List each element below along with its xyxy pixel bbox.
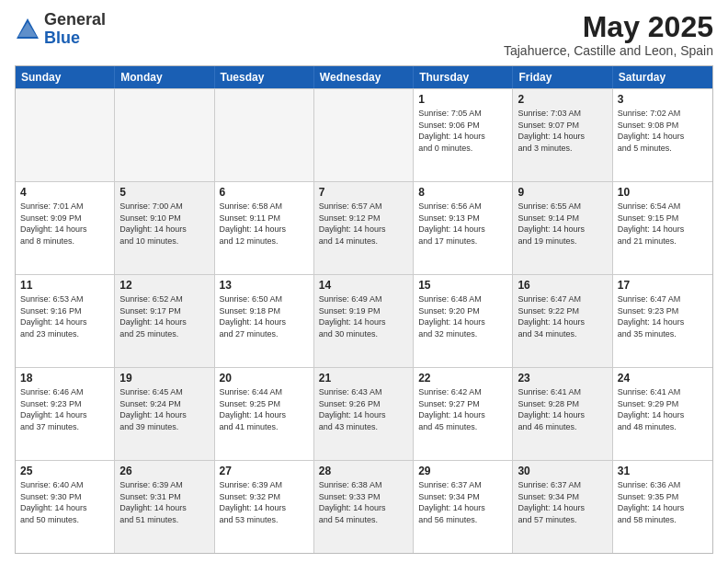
day-detail: Sunrise: 6:39 AM Sunset: 9:32 PM Dayligh… <box>220 479 309 525</box>
day-cell-10: 10Sunrise: 6:54 AM Sunset: 9:15 PM Dayli… <box>613 182 712 274</box>
day-number: 9 <box>518 186 607 199</box>
day-number: 21 <box>319 372 408 385</box>
week-row-1: 1Sunrise: 7:05 AM Sunset: 9:06 PM Daylig… <box>16 88 712 181</box>
logo-general: General <box>44 10 106 29</box>
day-number: 20 <box>220 372 309 385</box>
day-detail: Sunrise: 6:47 AM Sunset: 9:22 PM Dayligh… <box>518 293 607 339</box>
day-cell-23: 23Sunrise: 6:41 AM Sunset: 9:28 PM Dayli… <box>513 368 612 460</box>
day-number: 2 <box>518 93 607 106</box>
day-detail: Sunrise: 6:56 AM Sunset: 9:13 PM Dayligh… <box>418 201 507 247</box>
empty-cell <box>115 89 214 181</box>
day-detail: Sunrise: 6:37 AM Sunset: 9:34 PM Dayligh… <box>418 479 507 525</box>
day-header-wednesday: Wednesday <box>314 66 414 88</box>
day-cell-12: 12Sunrise: 6:52 AM Sunset: 9:17 PM Dayli… <box>115 275 214 367</box>
day-number: 13 <box>220 279 309 292</box>
day-cell-26: 26Sunrise: 6:39 AM Sunset: 9:31 PM Dayli… <box>115 461 214 553</box>
day-number: 18 <box>20 372 109 385</box>
day-detail: Sunrise: 7:00 AM Sunset: 9:10 PM Dayligh… <box>119 201 209 247</box>
title-block: May 2025 Tajahuerce, Castille and Leon, … <box>504 11 713 58</box>
day-detail: Sunrise: 6:45 AM Sunset: 9:24 PM Dayligh… <box>119 386 209 432</box>
day-cell-11: 11Sunrise: 6:53 AM Sunset: 9:16 PM Dayli… <box>16 275 115 367</box>
day-detail: Sunrise: 6:46 AM Sunset: 9:23 PM Dayligh… <box>20 386 109 432</box>
day-cell-9: 9Sunrise: 6:55 AM Sunset: 9:14 PM Daylig… <box>513 182 612 274</box>
day-number: 17 <box>618 279 708 292</box>
day-header-thursday: Thursday <box>414 66 513 88</box>
empty-cell <box>215 89 314 181</box>
day-detail: Sunrise: 6:53 AM Sunset: 9:16 PM Dayligh… <box>20 293 109 339</box>
empty-cell <box>314 89 414 181</box>
day-header-monday: Monday <box>115 66 214 88</box>
day-cell-7: 7Sunrise: 6:57 AM Sunset: 9:12 PM Daylig… <box>314 182 414 274</box>
week-row-2: 4Sunrise: 7:01 AM Sunset: 9:09 PM Daylig… <box>16 181 712 274</box>
day-detail: Sunrise: 6:36 AM Sunset: 9:35 PM Dayligh… <box>618 479 708 525</box>
svg-marker-1 <box>18 22 37 37</box>
day-detail: Sunrise: 7:05 AM Sunset: 9:06 PM Dayligh… <box>418 108 507 154</box>
empty-cell <box>16 89 115 181</box>
day-number: 6 <box>220 186 309 199</box>
day-number: 22 <box>418 372 507 385</box>
day-cell-18: 18Sunrise: 6:46 AM Sunset: 9:23 PM Dayli… <box>16 368 115 460</box>
day-cell-19: 19Sunrise: 6:45 AM Sunset: 9:24 PM Dayli… <box>115 368 214 460</box>
day-cell-2: 2Sunrise: 7:03 AM Sunset: 9:07 PM Daylig… <box>513 89 612 181</box>
day-number: 15 <box>418 279 507 292</box>
day-detail: Sunrise: 6:54 AM Sunset: 9:15 PM Dayligh… <box>618 201 708 247</box>
day-number: 16 <box>518 279 607 292</box>
day-number: 24 <box>618 372 708 385</box>
day-number: 30 <box>518 465 607 477</box>
day-cell-13: 13Sunrise: 6:50 AM Sunset: 9:18 PM Dayli… <box>215 275 314 367</box>
day-detail: Sunrise: 6:52 AM Sunset: 9:17 PM Dayligh… <box>119 293 209 339</box>
day-cell-17: 17Sunrise: 6:47 AM Sunset: 9:23 PM Dayli… <box>613 275 712 367</box>
day-detail: Sunrise: 6:50 AM Sunset: 9:18 PM Dayligh… <box>220 293 309 339</box>
day-number: 1 <box>418 93 507 106</box>
day-cell-25: 25Sunrise: 6:40 AM Sunset: 9:30 PM Dayli… <box>16 461 115 553</box>
day-cell-1: 1Sunrise: 7:05 AM Sunset: 9:06 PM Daylig… <box>414 89 513 181</box>
logo-text: General Blue <box>44 11 106 48</box>
day-cell-5: 5Sunrise: 7:00 AM Sunset: 9:10 PM Daylig… <box>115 182 214 274</box>
day-cell-21: 21Sunrise: 6:43 AM Sunset: 9:26 PM Dayli… <box>314 368 414 460</box>
page-header: General Blue May 2025 Tajahuerce, Castil… <box>15 11 713 58</box>
day-number: 11 <box>20 279 109 292</box>
week-row-4: 18Sunrise: 6:46 AM Sunset: 9:23 PM Dayli… <box>16 367 712 460</box>
day-cell-4: 4Sunrise: 7:01 AM Sunset: 9:09 PM Daylig… <box>16 182 115 274</box>
day-detail: Sunrise: 7:01 AM Sunset: 9:09 PM Dayligh… <box>20 201 109 247</box>
day-number: 8 <box>418 186 507 199</box>
day-detail: Sunrise: 6:48 AM Sunset: 9:20 PM Dayligh… <box>418 293 507 339</box>
day-detail: Sunrise: 6:44 AM Sunset: 9:25 PM Dayligh… <box>220 386 309 432</box>
logo-icon <box>15 17 40 42</box>
day-cell-16: 16Sunrise: 6:47 AM Sunset: 9:22 PM Dayli… <box>513 275 612 367</box>
week-row-3: 11Sunrise: 6:53 AM Sunset: 9:16 PM Dayli… <box>16 274 712 367</box>
day-header-friday: Friday <box>513 66 612 88</box>
day-number: 3 <box>618 93 708 106</box>
day-cell-15: 15Sunrise: 6:48 AM Sunset: 9:20 PM Dayli… <box>414 275 513 367</box>
day-detail: Sunrise: 6:39 AM Sunset: 9:31 PM Dayligh… <box>119 479 209 525</box>
day-cell-31: 31Sunrise: 6:36 AM Sunset: 9:35 PM Dayli… <box>613 461 712 553</box>
day-detail: Sunrise: 6:43 AM Sunset: 9:26 PM Dayligh… <box>319 386 408 432</box>
day-number: 23 <box>518 372 607 385</box>
day-cell-28: 28Sunrise: 6:38 AM Sunset: 9:33 PM Dayli… <box>314 461 414 553</box>
day-number: 28 <box>319 465 408 477</box>
day-header-saturday: Saturday <box>613 66 712 88</box>
day-cell-20: 20Sunrise: 6:44 AM Sunset: 9:25 PM Dayli… <box>215 368 314 460</box>
day-cell-8: 8Sunrise: 6:56 AM Sunset: 9:13 PM Daylig… <box>414 182 513 274</box>
day-detail: Sunrise: 6:41 AM Sunset: 9:28 PM Dayligh… <box>518 386 607 432</box>
day-detail: Sunrise: 6:47 AM Sunset: 9:23 PM Dayligh… <box>618 293 708 339</box>
day-header-sunday: Sunday <box>16 66 115 88</box>
day-cell-22: 22Sunrise: 6:42 AM Sunset: 9:27 PM Dayli… <box>414 368 513 460</box>
day-number: 27 <box>220 465 309 477</box>
day-number: 29 <box>418 465 507 477</box>
day-number: 19 <box>119 372 209 385</box>
day-number: 12 <box>119 279 209 292</box>
day-detail: Sunrise: 7:02 AM Sunset: 9:08 PM Dayligh… <box>618 108 708 154</box>
logo: General Blue <box>15 11 106 48</box>
month-year: May 2025 <box>504 11 713 43</box>
day-detail: Sunrise: 6:58 AM Sunset: 9:11 PM Dayligh… <box>220 201 309 247</box>
day-cell-14: 14Sunrise: 6:49 AM Sunset: 9:19 PM Dayli… <box>314 275 414 367</box>
day-number: 10 <box>618 186 708 199</box>
day-number: 4 <box>20 186 109 199</box>
day-number: 14 <box>319 279 408 292</box>
day-detail: Sunrise: 6:42 AM Sunset: 9:27 PM Dayligh… <box>418 386 507 432</box>
day-detail: Sunrise: 6:57 AM Sunset: 9:12 PM Dayligh… <box>319 201 408 247</box>
day-cell-24: 24Sunrise: 6:41 AM Sunset: 9:29 PM Dayli… <box>613 368 712 460</box>
day-detail: Sunrise: 7:03 AM Sunset: 9:07 PM Dayligh… <box>518 108 607 154</box>
calendar-body: 1Sunrise: 7:05 AM Sunset: 9:06 PM Daylig… <box>16 88 712 553</box>
